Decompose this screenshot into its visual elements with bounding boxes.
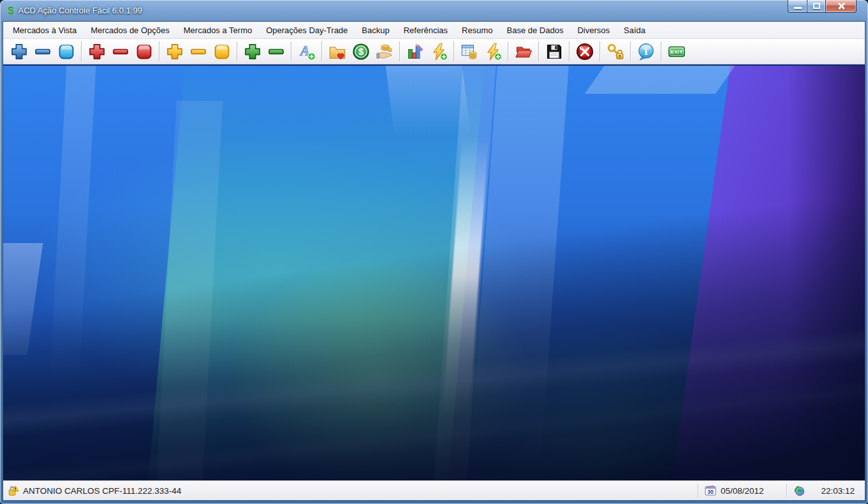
svg-text:i: i xyxy=(644,45,647,57)
quick-add-button-1[interactable] xyxy=(427,40,450,63)
wallpaper-slab xyxy=(385,64,471,135)
close-button[interactable] xyxy=(825,0,857,13)
status-user-section: ANTONIO CARLOS CPF-111.222.333-44 xyxy=(3,485,698,496)
wallpaper-white-band xyxy=(443,136,489,417)
hand-coins-icon xyxy=(376,43,394,61)
save-button[interactable] xyxy=(542,40,566,63)
quick-add-button-2[interactable] xyxy=(481,40,504,63)
toolbar-separator xyxy=(508,41,508,61)
money-button[interactable]: $ xyxy=(349,40,372,63)
minimize-icon xyxy=(794,7,802,9)
floppy-disk-icon xyxy=(545,43,563,61)
red-item-button[interactable] xyxy=(132,40,156,63)
toolbar-separator xyxy=(321,41,322,61)
minimize-button[interactable] xyxy=(788,0,807,13)
menu-resumo[interactable]: Resumo xyxy=(455,23,499,38)
menu-bar: Mercados à Vista Mercados de Opções Merc… xyxy=(3,22,865,39)
toolbar-separator xyxy=(453,41,454,61)
wallpaper-light-band xyxy=(155,101,223,480)
toolbar-separator xyxy=(399,41,400,61)
blue-item-button[interactable] xyxy=(54,40,78,63)
payment-hand-button[interactable] xyxy=(372,40,396,63)
wallpaper-slab xyxy=(585,64,739,94)
minus-blue-icon xyxy=(34,43,52,61)
toolbar-separator xyxy=(569,41,570,61)
wallpaper-dark-vignette xyxy=(3,66,865,480)
square-yellow-icon xyxy=(213,43,231,61)
exit-button[interactable]: EXIT xyxy=(665,40,688,63)
blue-add-button[interactable] xyxy=(7,40,31,63)
plus-blue-icon xyxy=(10,43,28,61)
wallpaper-purple-band xyxy=(668,64,865,480)
client-area: Mercados à Vista Mercados de Opções Merc… xyxy=(3,21,865,501)
toolbar-separator xyxy=(159,41,159,61)
menu-diversos[interactable]: Diversos xyxy=(570,23,617,38)
menu-base-de-dados[interactable]: Base de Dados xyxy=(500,23,571,38)
lightning-plus-icon xyxy=(484,43,502,61)
svg-text:$: $ xyxy=(358,47,363,57)
menu-referencias[interactable]: Referências xyxy=(397,23,455,38)
status-date-section: 30 05/08/2012 xyxy=(698,481,786,500)
green-remove-button[interactable] xyxy=(264,40,288,63)
svg-text:EXIT: EXIT xyxy=(670,49,682,55)
open-folder-button[interactable] xyxy=(511,40,535,63)
window-controls xyxy=(788,0,857,13)
app-window: $ ACD Ação Controle Fácil 6.0.1 99 Merca… xyxy=(0,0,868,504)
menu-mercados-a-vista[interactable]: Mercados à Vista xyxy=(6,23,84,38)
square-blue-icon xyxy=(57,43,75,61)
yellow-item-button[interactable] xyxy=(210,40,233,63)
maximize-button[interactable] xyxy=(807,0,825,13)
green-add-button[interactable] xyxy=(240,40,264,63)
tools-button[interactable] xyxy=(573,40,596,63)
wallpaper-purple-shade xyxy=(788,66,865,480)
minus-red-icon xyxy=(112,43,129,61)
exit-sign-icon: EXIT xyxy=(668,43,686,61)
wallpaper-wave xyxy=(3,373,865,480)
blue-remove-button[interactable] xyxy=(31,40,54,63)
menu-mercados-a-termo[interactable]: Mercados a Termo xyxy=(177,23,259,38)
minus-green-icon xyxy=(267,43,285,61)
table-money-button[interactable] xyxy=(457,40,481,63)
table-coins-icon xyxy=(460,43,478,61)
toolbar-separator xyxy=(630,41,631,61)
font-add-button[interactable]: A xyxy=(295,40,318,63)
favorites-folder-button[interactable] xyxy=(325,40,349,63)
toolbar-separator xyxy=(81,41,82,61)
status-user-text: ANTONIO CARLOS CPF-111.222.333-44 xyxy=(23,486,181,496)
window-title: ACD Ação Controle Fácil 6.0.1 99 xyxy=(18,6,142,15)
close-icon xyxy=(837,2,845,10)
bar-chart-pencil-icon xyxy=(406,43,424,61)
plus-green-icon xyxy=(244,43,261,61)
dollar-coin-icon: $ xyxy=(352,43,370,61)
chart-edit-button[interactable] xyxy=(403,40,427,63)
yellow-remove-button[interactable] xyxy=(186,40,210,63)
red-add-button[interactable] xyxy=(85,40,108,63)
folder-red-open-icon xyxy=(515,43,533,61)
yellow-add-button[interactable] xyxy=(163,40,186,63)
desktop-wallpaper xyxy=(3,64,865,480)
status-date: 05/08/2012 xyxy=(721,486,764,496)
minus-yellow-icon xyxy=(189,43,207,61)
key-lock-icon xyxy=(607,43,624,61)
toolbar-separator xyxy=(291,41,291,61)
toolbar: A $ xyxy=(3,39,865,64)
red-remove-button[interactable] xyxy=(108,40,132,63)
menu-backup[interactable]: Backup xyxy=(355,23,396,38)
wallpaper-slab xyxy=(3,243,43,355)
title-bar[interactable]: $ ACD Ação Controle Fácil 6.0.1 99 xyxy=(3,0,865,21)
maximize-icon xyxy=(813,3,820,9)
info-button[interactable]: i xyxy=(634,40,658,63)
security-key-button[interactable] xyxy=(603,40,627,63)
wallpaper-light-band xyxy=(434,66,496,480)
info-bubble-icon: i xyxy=(637,43,655,61)
wallpaper-light-band xyxy=(50,66,96,389)
menu-mercados-de-opcoes[interactable]: Mercados de Opções xyxy=(84,23,177,38)
status-bar: ANTONIO CARLOS CPF-111.222.333-44 30 05/… xyxy=(3,480,865,500)
lightning-plus-icon xyxy=(430,43,448,61)
menu-saida[interactable]: Saída xyxy=(617,23,652,38)
toolbar-separator xyxy=(661,41,661,61)
letter-a-plus-icon: A xyxy=(298,43,316,61)
wallpaper-light-band xyxy=(468,66,568,480)
folder-heart-icon xyxy=(328,43,346,61)
menu-operacoes-day-trade[interactable]: Operações Day-Trade xyxy=(259,23,355,38)
